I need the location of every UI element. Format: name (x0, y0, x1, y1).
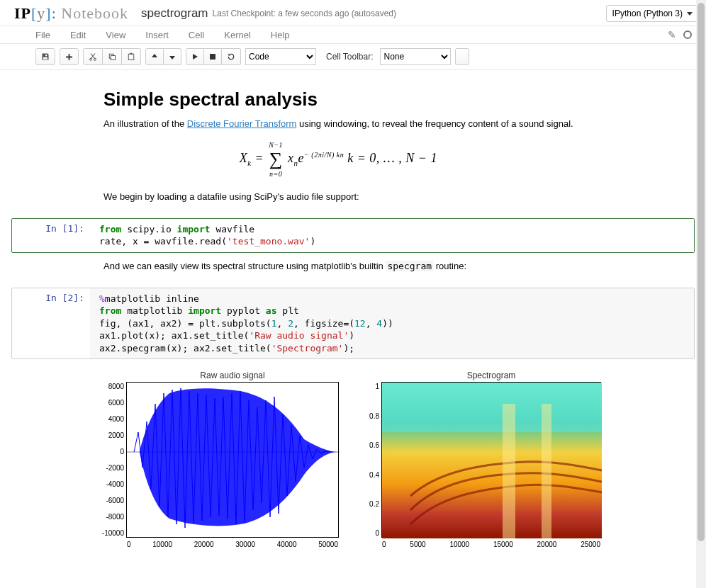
cell-toolbar-label: Cell Toolbar: (326, 52, 373, 62)
extra-button[interactable] (455, 48, 469, 65)
ipython-logo[interactable]: IP[y]: Notebook (14, 4, 141, 23)
intro-paragraph: An illustration of the Discrete Fourier … (103, 118, 573, 131)
svg-rect-3 (111, 56, 116, 60)
menu-view[interactable]: View (106, 30, 125, 40)
svg-rect-9 (382, 383, 602, 432)
menu-file[interactable]: File (35, 30, 50, 40)
svg-rect-6 (210, 54, 215, 60)
chart-1-title: Raw audio signal (126, 371, 339, 380)
prompt-empty (11, 83, 89, 211)
menu-cell[interactable]: Cell (189, 30, 204, 40)
code-cell-2[interactable]: In [2]: %matplotlib inline from matplotl… (11, 288, 695, 360)
code-input-2[interactable]: %matplotlib inline from matplotlib impor… (90, 288, 694, 359)
cell-toolbar-select[interactable]: None (380, 48, 451, 65)
move-down-button[interactable] (164, 48, 181, 65)
svg-rect-5 (130, 53, 133, 55)
notebook-header: IP[y]: Notebook spectrogram Last Checkpo… (0, 0, 706, 26)
insert-cell-button[interactable] (60, 48, 79, 65)
vertical-scrollbar[interactable] (696, 0, 706, 588)
waveform-svg (127, 383, 340, 538)
caret-down-icon (687, 12, 693, 16)
interrupt-button[interactable] (204, 48, 222, 65)
markdown-cell-1[interactable]: Simple spectral analysis An illustration… (11, 83, 695, 211)
prompt-in-2: In [2]: (12, 288, 90, 359)
output-cell-2: Raw audio signal 80006000400020000-2000- (11, 366, 695, 538)
chart-1-xticks: 01000020000300004000050000 (127, 541, 338, 548)
svg-rect-11 (542, 404, 551, 538)
svg-point-1 (94, 58, 96, 60)
scroll-thumb[interactable] (697, 3, 705, 541)
paste-button[interactable] (122, 48, 141, 65)
checkpoint-status: Last Checkpoint: a few seconds ago (auto… (213, 9, 397, 18)
chart-spectrogram: Spectrogram (381, 371, 601, 538)
restart-button[interactable] (222, 48, 241, 65)
logo-notebook: Notebook (57, 4, 128, 22)
specgram-paragraph: And we can easily view its spectral stru… (103, 260, 466, 273)
notebook-container[interactable]: Simple spectral analysis An illustration… (0, 70, 706, 579)
chart-2-yticks: 10.80.60.40.20 (359, 383, 379, 537)
svg-rect-4 (128, 54, 134, 60)
svg-rect-10 (503, 404, 515, 538)
copy-button[interactable] (103, 48, 122, 65)
menu-edit[interactable]: Edit (70, 30, 86, 40)
move-up-button[interactable] (145, 48, 164, 65)
dft-link[interactable]: Discrete Fourier Transform (187, 118, 297, 129)
cell-type-select[interactable]: Code (245, 48, 316, 65)
edit-mode-icon[interactable] (668, 29, 676, 40)
code-cell-1[interactable]: In [1]: from scipy.io import wavfile rat… (11, 218, 695, 253)
menu-bar: File Edit View Insert Cell Kernel Help (0, 26, 706, 44)
markdown-cell-2[interactable]: And we can easily view its spectral stru… (11, 260, 695, 281)
chart-2-title: Spectrogram (381, 371, 601, 380)
kernel-name: IPython (Python 3) (612, 9, 683, 18)
load-paragraph: We begin by loading a datafile using Sci… (103, 191, 573, 204)
notebook-name[interactable]: spectrogram (141, 6, 208, 21)
chart-1-plot: 80006000400020000-2000-4000-6000-8000-10… (126, 382, 339, 538)
chart-2-xticks: 0500010000150002000025000 (382, 541, 600, 548)
chart-raw-audio: Raw audio signal 80006000400020000-2000- (126, 371, 339, 538)
chart-2-plot: 10.80.60.40.20 0500010000150002000025000 (381, 382, 601, 538)
cut-button[interactable] (83, 48, 103, 65)
prompt-in-1: In [1]: (12, 219, 90, 252)
code-input-1[interactable]: from scipy.io import wavfile rate, x = w… (90, 219, 694, 252)
logo-ip: IP (14, 4, 31, 22)
logo-rbracket: ]: (45, 4, 56, 22)
page-title: Simple spectral analysis (103, 89, 573, 111)
logo-y: y (37, 4, 45, 22)
svg-point-0 (90, 58, 92, 60)
kernel-idle-icon (683, 30, 692, 39)
menu-insert[interactable]: Insert (145, 30, 169, 40)
save-button[interactable] (35, 48, 55, 65)
spectrogram-svg (382, 383, 602, 538)
run-button[interactable] (186, 48, 204, 65)
menu-kernel[interactable]: Kernel (224, 30, 251, 40)
main-toolbar: Code Cell Toolbar: None (0, 44, 706, 70)
dft-formula: Xk = N−1∑n=0 xne− (2πi/N) kn k = 0, … , … (103, 141, 573, 178)
chart-1-yticks: 80006000400020000-2000-4000-6000-8000-10… (93, 383, 124, 537)
menu-help[interactable]: Help (271, 30, 290, 40)
kernel-selector[interactable]: IPython (Python 3) (606, 5, 699, 22)
